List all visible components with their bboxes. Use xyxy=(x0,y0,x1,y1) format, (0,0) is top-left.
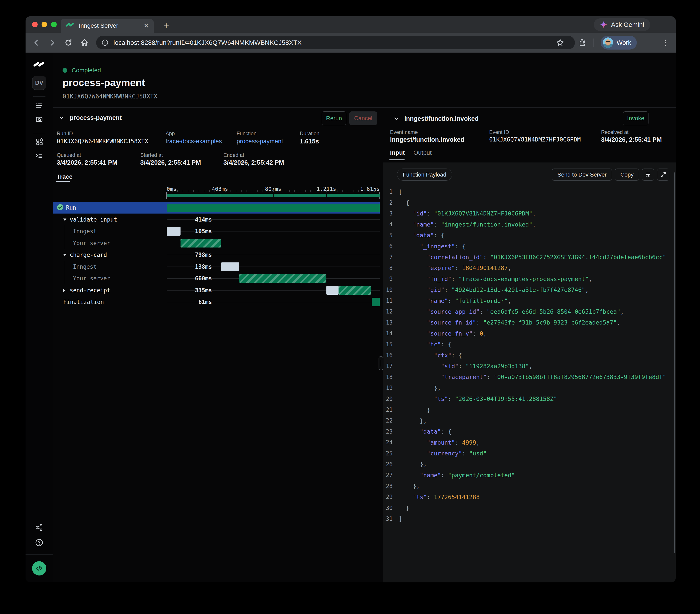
sidebar-item-console[interactable] xyxy=(35,152,43,160)
trace-row-duration: 660ms xyxy=(170,275,212,282)
profile-label: Work xyxy=(617,39,631,46)
line-number: 3 xyxy=(383,210,399,217)
sidebar-item-dev-app[interactable]: DV xyxy=(32,76,46,90)
code-text: }, xyxy=(399,483,420,489)
browser-tab[interactable]: Inngest Server ✕ xyxy=(61,19,154,33)
trace-row-your-server[interactable]: Your server660ms xyxy=(53,272,380,284)
trace-row-label: validate-input xyxy=(70,216,117,223)
collapse-run-icon[interactable] xyxy=(59,115,64,120)
word-wrap-button[interactable] xyxy=(642,168,654,181)
minimize-window-button[interactable] xyxy=(41,22,47,27)
trace-bar[interactable] xyxy=(167,204,380,212)
chevron-down-icon[interactable] xyxy=(63,254,66,256)
sidebar-item-events[interactable] xyxy=(35,116,43,124)
trace-bar[interactable] xyxy=(239,274,326,283)
rerun-button[interactable]: Rerun xyxy=(322,112,346,125)
field-value: 3/4/2026, 2:55:42 PM xyxy=(223,159,284,166)
tab-output[interactable]: Output xyxy=(413,149,432,156)
field-value[interactable]: process-payment xyxy=(237,138,283,145)
field-label: App xyxy=(166,130,175,137)
invoke-button[interactable]: Invoke xyxy=(623,112,649,125)
chevron-right-icon[interactable] xyxy=(63,289,65,292)
field-label: Received at xyxy=(601,129,628,135)
close-tab-icon[interactable]: ✕ xyxy=(143,23,149,29)
panel-resize-handle[interactable] xyxy=(378,356,383,370)
success-check-icon xyxy=(57,204,64,212)
line-number: 25 xyxy=(383,450,399,457)
code-line: 11 "name": "fulfill-order", xyxy=(383,295,674,306)
line-number: 8 xyxy=(383,265,399,271)
bookmark-star-icon[interactable] xyxy=(556,38,564,47)
close-window-button[interactable] xyxy=(32,22,38,27)
trace-row-finalization[interactable]: Finalization61ms xyxy=(53,296,380,308)
payload-type-pill[interactable]: Function Payload xyxy=(397,168,452,181)
trace-bar[interactable] xyxy=(180,239,221,247)
trace-row-run[interactable]: Run1.615s xyxy=(53,202,380,214)
line-number: 16 xyxy=(383,352,399,358)
trace-row-send-receipt[interactable]: send-receipt335ms xyxy=(53,284,380,296)
sidebar-item-apps[interactable] xyxy=(35,138,43,146)
field-label: Event ID xyxy=(489,129,509,135)
help-icon[interactable] xyxy=(35,538,43,547)
new-tab-button[interactable]: + xyxy=(160,20,172,32)
sidebar-item-runs[interactable] xyxy=(35,101,43,110)
reload-icon[interactable] xyxy=(64,38,73,47)
profile-chip[interactable]: Work xyxy=(601,36,637,50)
trace-bar[interactable] xyxy=(339,286,371,295)
browser-menu-icon[interactable]: ⋮ xyxy=(661,38,669,47)
tab-trace[interactable]: Trace xyxy=(57,173,73,180)
code-text: "source_fn_v": 0, xyxy=(399,330,487,337)
site-info-icon[interactable] xyxy=(101,39,109,46)
code-text: [ xyxy=(399,189,402,195)
trace-bar[interactable] xyxy=(326,286,338,295)
cancel-button[interactable]: Cancel xyxy=(349,112,377,125)
back-icon[interactable] xyxy=(32,38,41,47)
share-feedback-icon[interactable] xyxy=(35,523,43,532)
code-text: "id": "01KJX6Q7V81N4DMZ7HFJ0CGPDM", xyxy=(399,210,536,217)
code-text: "ts": 1772654141288 xyxy=(399,494,480,500)
chevron-down-icon[interactable] xyxy=(63,218,66,221)
dev-mode-button[interactable] xyxy=(32,561,46,575)
trace-row-inngest[interactable]: Inngest138ms xyxy=(53,261,380,272)
tab-input[interactable]: Input xyxy=(390,149,405,156)
avatar xyxy=(603,37,613,48)
url-bar[interactable]: localhost:8288/run?runID=01KJX6Q7W64NMKM… xyxy=(96,36,575,49)
field-value: 3/4/2026, 2:55:41 PM xyxy=(601,136,662,143)
trace-bar[interactable] xyxy=(372,298,380,306)
trace-row-inngest[interactable]: Inngest105ms xyxy=(53,226,380,237)
extensions-icon[interactable] xyxy=(577,38,586,47)
trace-row-validate-input[interactable]: validate-input414ms xyxy=(53,214,380,226)
code-text: "name": "payment/completed" xyxy=(399,472,515,478)
field-value[interactable]: trace-docs-examples xyxy=(166,138,222,145)
trace-row-charge-card[interactable]: charge-card798ms xyxy=(53,249,380,261)
expand-button[interactable] xyxy=(657,168,669,181)
trace-bar[interactable] xyxy=(167,227,180,235)
zoom-window-button[interactable] xyxy=(51,22,57,27)
code-line: 26 }, xyxy=(383,459,674,470)
collapse-event-icon[interactable] xyxy=(393,116,399,121)
send-to-dev-server-button[interactable]: Send to Dev Server xyxy=(552,168,612,181)
ask-gemini-button[interactable]: Ask Gemini xyxy=(594,18,650,31)
code-text: }, xyxy=(399,461,427,468)
forward-icon[interactable] xyxy=(48,38,57,47)
toolbar-divider xyxy=(593,39,593,47)
code-text: "tc": { xyxy=(399,341,451,348)
timeline-minimap[interactable] xyxy=(167,194,380,197)
tab-strip: Inngest Server ✕ + Ask Gemini xyxy=(26,16,676,33)
code-text: "_inngest": { xyxy=(399,243,466,250)
code-line: 20 "ts": "2026-03-04T19:55:41.288158Z" xyxy=(383,393,674,404)
inngest-favicon xyxy=(65,23,75,29)
scrollbar[interactable] xyxy=(674,172,675,553)
line-number: 24 xyxy=(383,439,399,446)
copy-button[interactable]: Copy xyxy=(615,168,639,181)
home-icon[interactable] xyxy=(80,38,89,47)
browser-toolbar: localhost:8288/run?runID=01KJX6Q7W64NMKM… xyxy=(26,33,676,53)
code-text: "source_app_id": "eea6afc5-e66d-5b26-850… xyxy=(399,308,624,315)
line-number: 12 xyxy=(383,308,399,315)
tab-title: Inngest Server xyxy=(79,22,140,29)
code-line: 28 }, xyxy=(383,481,674,491)
trace-row-your-server[interactable]: Your server309ms xyxy=(53,237,380,249)
payload-json[interactable]: 1[2 {3 "id": "01KJX6Q7V81N4DMZ7HFJ0CGPDM… xyxy=(383,186,674,524)
code-text: } xyxy=(399,504,409,511)
trace-bar[interactable] xyxy=(221,263,239,271)
